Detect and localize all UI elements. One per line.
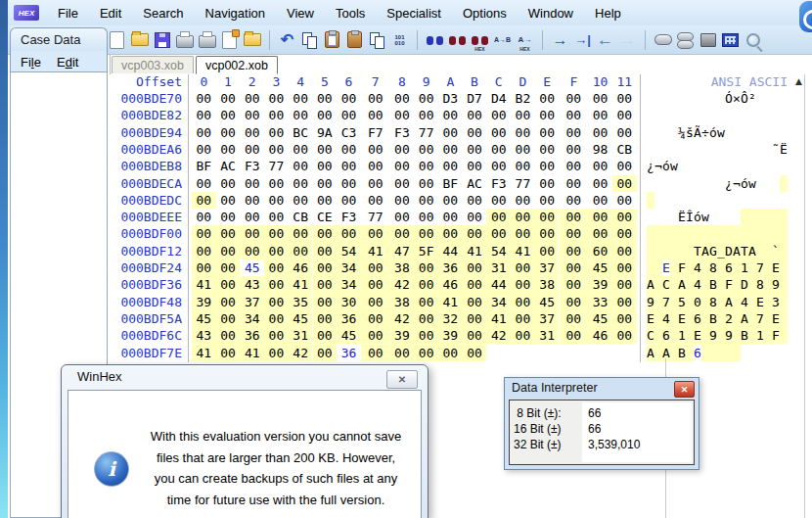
hex-byte[interactable]: 00 [313, 158, 338, 174]
ascii-char[interactable] [733, 141, 741, 158]
hex-byte[interactable]: 45 [337, 327, 361, 344]
ascii-char[interactable]: 9 [772, 276, 780, 293]
ascii-char[interactable] [647, 175, 654, 192]
hex-byte[interactable]: 00 [511, 124, 535, 141]
hex-byte[interactable]: 00 [463, 124, 487, 141]
menu-view[interactable]: View [276, 4, 325, 23]
hex-byte[interactable]: 00 [264, 243, 289, 259]
hex-byte[interactable]: 00 [588, 124, 612, 141]
hex-byte[interactable]: 77 [511, 175, 535, 192]
ascii-char[interactable] [670, 294, 678, 310]
ascii-char[interactable]: B [709, 310, 717, 327]
hex-byte[interactable]: 00 [361, 192, 390, 209]
ascii-char[interactable]: 4 [741, 294, 748, 310]
ascii-char[interactable] [701, 107, 709, 123]
hex-byte[interactable]: 00 [438, 209, 463, 225]
ascii-char[interactable] [748, 310, 756, 327]
ascii-char[interactable]: ² [748, 90, 756, 107]
ascii-char[interactable]: ¼ [678, 124, 686, 141]
ascii-char[interactable] [764, 158, 772, 174]
hex-byte[interactable]: 00 [192, 243, 216, 259]
hex-byte[interactable]: 00 [216, 294, 241, 310]
hex-byte[interactable]: 30 [337, 294, 361, 310]
hex-byte[interactable]: 77 [264, 158, 289, 174]
hex-byte[interactable]: 32 [438, 310, 463, 327]
hex-byte[interactable]: 00 [486, 225, 511, 242]
find-text-icon[interactable] [424, 28, 446, 51]
clone-disk-icon[interactable] [674, 28, 697, 51]
ascii-char[interactable] [764, 243, 772, 259]
hex-byte[interactable]: 00 [361, 294, 390, 310]
hex-byte[interactable]: 00 [216, 175, 241, 192]
ascii-char[interactable] [725, 209, 733, 225]
print-preview-icon[interactable] [173, 28, 196, 51]
hex-byte[interactable]: 00 [192, 107, 216, 123]
ascii-char[interactable]: 0 [694, 294, 701, 310]
ascii-char[interactable]: Ó [725, 90, 733, 107]
ascii-char[interactable] [764, 175, 772, 192]
hex-byte[interactable]: 00 [486, 107, 511, 123]
hex-byte[interactable]: AC [216, 158, 241, 174]
ascii-char[interactable]: Ë [678, 209, 686, 225]
hex-byte[interactable]: 00 [438, 345, 463, 361]
menu-navigation[interactable]: Navigation [195, 4, 276, 23]
hex-byte[interactable]: 00 [361, 107, 390, 123]
hex-byte[interactable]: 42 [390, 276, 415, 293]
hex-byte[interactable]: 00 [390, 192, 415, 209]
hex-byte[interactable]: CB [612, 141, 637, 158]
ascii-char[interactable] [662, 175, 670, 192]
ascii-char[interactable] [701, 90, 709, 107]
hex-byte[interactable]: 00 [463, 276, 487, 293]
menu-search[interactable]: Search [132, 4, 194, 23]
hex-byte[interactable]: 00 [588, 225, 612, 242]
hex-byte[interactable]: 41 [511, 243, 535, 259]
ascii-char[interactable]: ¬ [654, 158, 662, 174]
hex-byte[interactable]: 00 [192, 259, 216, 276]
hex-byte[interactable]: 39 [390, 327, 415, 344]
hex-byte[interactable]: 00 [414, 107, 438, 123]
hex-byte[interactable]: 00 [588, 192, 612, 209]
ascii-char[interactable]: 7 [662, 294, 670, 310]
ascii-char[interactable]: 3 [772, 294, 780, 310]
hex-byte[interactable]: 00 [511, 209, 535, 225]
ascii-char[interactable]: T [694, 243, 701, 259]
hex-byte[interactable]: 00 [612, 124, 637, 141]
ascii-char[interactable] [733, 158, 741, 174]
ascii-char[interactable] [772, 107, 780, 123]
ascii-char[interactable] [647, 141, 654, 158]
ascii-char[interactable] [670, 310, 678, 327]
ascii-char[interactable] [756, 175, 764, 192]
hex-byte[interactable]: 00 [535, 90, 560, 107]
ascii-char[interactable] [686, 276, 694, 293]
ascii-char[interactable]: w [701, 209, 709, 225]
hex-byte[interactable]: 00 [511, 192, 535, 209]
hex-byte[interactable]: 00 [361, 276, 390, 293]
ascii-char[interactable] [670, 327, 678, 344]
hex-byte[interactable]: 00 [264, 141, 289, 158]
ascii-char[interactable] [670, 107, 678, 123]
open-folder-icon[interactable] [128, 28, 151, 51]
hex-byte[interactable]: 00 [216, 141, 241, 158]
ascii-char[interactable] [654, 294, 662, 310]
ascii-char[interactable]: ¿ [725, 175, 733, 192]
scrollbar-up-arrow[interactable]: ▲ [795, 76, 802, 86]
ascii-char[interactable] [748, 294, 756, 310]
paste-icon[interactable] [321, 28, 343, 51]
hex-byte[interactable]: 00 [361, 90, 390, 107]
hex-byte[interactable]: CE [313, 209, 338, 225]
ascii-char[interactable] [717, 276, 725, 293]
hex-byte[interactable]: 37 [240, 294, 264, 310]
ascii-char[interactable]: w [748, 175, 756, 192]
ascii-char[interactable] [764, 259, 772, 276]
hex-byte[interactable]: 00 [560, 225, 589, 242]
hex-byte[interactable]: 37 [535, 310, 560, 327]
hex-byte[interactable]: 00 [414, 175, 438, 192]
hex-byte[interactable]: 38 [535, 276, 560, 293]
hex-byte[interactable]: 45 [535, 294, 560, 310]
ascii-char[interactable] [756, 141, 764, 158]
hex-byte[interactable]: 41 [463, 243, 487, 259]
ascii-char[interactable] [733, 276, 741, 293]
hex-byte[interactable]: 00 [438, 192, 463, 209]
ascii-char[interactable]: 7 [756, 259, 764, 276]
hex-byte[interactable]: 44 [438, 243, 463, 259]
